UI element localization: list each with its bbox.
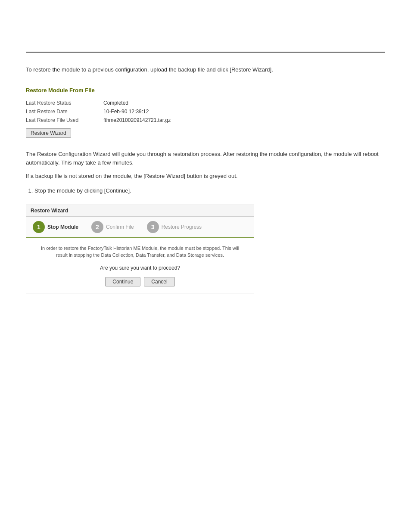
continue-button[interactable]: Continue xyxy=(105,277,140,286)
field-value-file: fthme20100209142721.tar.gz xyxy=(103,116,385,124)
field-label-file: Last Restore File Used xyxy=(26,116,103,124)
step-3: 3 Restore Progress xyxy=(147,221,202,233)
wizard-buttons: Continue Cancel xyxy=(35,277,245,286)
list-item-1: Stop the module by clicking [Continue]. xyxy=(34,187,385,194)
step-2-label: Confirm File xyxy=(106,224,134,230)
table-row: Last Restore Status Completed xyxy=(26,99,385,107)
field-label-date: Last Restore Date xyxy=(26,107,103,116)
wizard-warning-text: In order to restore the FactoryTalk Hist… xyxy=(35,245,245,259)
step-1-label: Stop Module xyxy=(47,224,78,230)
table-row: Last Restore Date 10-Feb-90 12:39:12 xyxy=(26,107,385,116)
field-value-status: Completed xyxy=(103,99,385,107)
step-1: 1 Stop Module xyxy=(33,221,78,233)
wizard-body: In order to restore the FactoryTalk Hist… xyxy=(26,238,254,293)
intro-paragraph: To restore the module to a previous conf… xyxy=(26,65,385,74)
restore-info-table: Last Restore Status Completed Last Resto… xyxy=(26,99,385,139)
restore-wizard-btn-cell: Restore Wizard xyxy=(26,124,103,139)
step-3-circle: 3 xyxy=(147,221,159,233)
step-1-circle: 1 xyxy=(33,221,45,233)
restore-wizard-button[interactable]: Restore Wizard xyxy=(26,128,71,138)
field-label-status: Last Restore Status xyxy=(26,99,103,107)
step-3-label: Restore Progress xyxy=(162,224,202,230)
wizard-box: Restore Wizard 1 Stop Module 2 Confirm F… xyxy=(26,205,254,293)
main-content: To restore the module to a previous conf… xyxy=(26,65,385,293)
wizard-confirm-text: Are you sure you want to proceed? xyxy=(35,264,245,272)
section-title: Restore Module From File xyxy=(26,87,385,95)
table-row: Restore Wizard xyxy=(26,124,385,139)
restore-module-section: Restore Module From File Last Restore St… xyxy=(26,87,385,139)
wizard-steps: 1 Stop Module 2 Confirm File 3 Restore P… xyxy=(26,217,254,238)
top-divider xyxy=(26,52,385,53)
body-paragraph-1: The Restore Configuration Wizard will gu… xyxy=(26,150,385,168)
body-text: The Restore Configuration Wizard will gu… xyxy=(26,150,385,181)
cancel-button[interactable]: Cancel xyxy=(144,277,174,286)
step-2-circle: 2 xyxy=(91,221,103,233)
step-2: 2 Confirm File xyxy=(91,221,134,233)
body-paragraph-2: If a backup file is not stored on the mo… xyxy=(26,172,385,181)
table-row: Last Restore File Used fthme201002091427… xyxy=(26,116,385,124)
steps-list: Stop the module by clicking [Continue]. xyxy=(34,187,385,194)
wizard-title-bar: Restore Wizard xyxy=(26,205,254,217)
field-value-date: 10-Feb-90 12:39:12 xyxy=(103,107,385,116)
